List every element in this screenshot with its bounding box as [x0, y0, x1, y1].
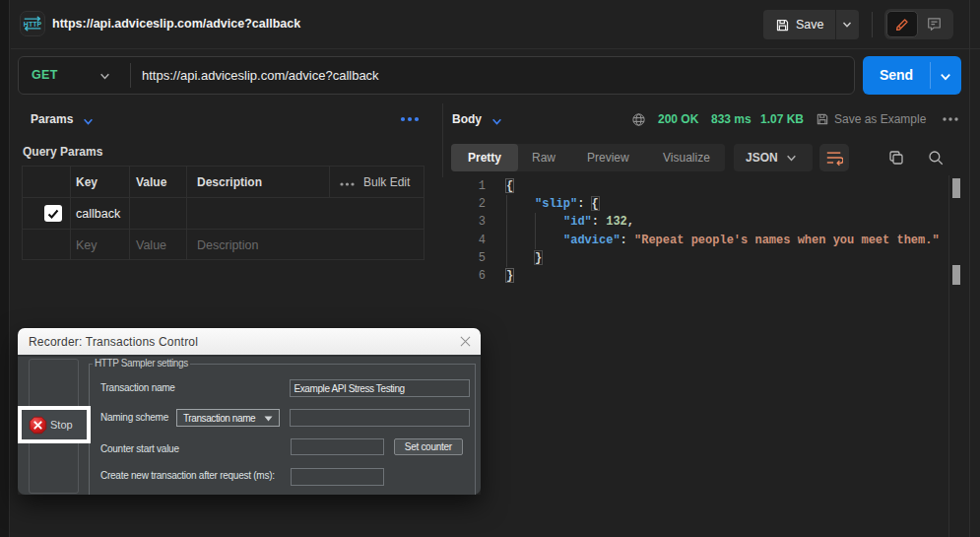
svg-text:HTTP: HTTP: [24, 21, 42, 28]
